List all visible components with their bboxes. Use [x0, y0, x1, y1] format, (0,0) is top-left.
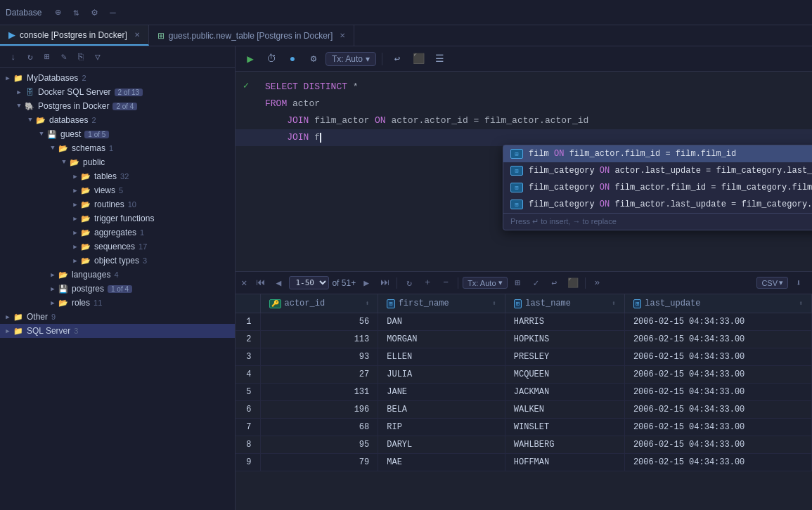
csv-export-button[interactable]: CSV ▾ [756, 277, 788, 289]
delete-row-button[interactable]: − [438, 275, 453, 291]
sidebar-item-sql-server[interactable]: ▶ 📁 SQL Server 3 [0, 324, 235, 338]
ac-table: film_category [529, 200, 600, 209]
tab-table-close[interactable]: ✕ [340, 32, 345, 39]
code-editor[interactable]: ✓ SELECT DISTINCT * FROM actor JOIN film… [236, 72, 812, 271]
minimize-icon[interactable]: — [105, 5, 120, 20]
results-tx-label: Tx: Auto [468, 279, 496, 287]
table-row[interactable]: 7 68 RIP WINSLET 2006-02-15 04:34:33.00 [236, 419, 812, 436]
sidebar-item-aggregates[interactable]: ▶ 📂 aggregates 1 [0, 225, 235, 240]
sidebar-item-postgres[interactable]: ▼ 🐘 Postgres in Docker 2 of 4 [0, 99, 235, 113]
sidebar-item-guest[interactable]: ▼ 💾 guest 1 of 5 [0, 127, 235, 141]
add-row-button[interactable]: + [420, 275, 435, 291]
table-row[interactable]: 6 196 BELA WALKEN 2006-02-15 04:34:33.00 [236, 401, 812, 419]
prev-page-button[interactable]: ◀ [271, 275, 286, 291]
csv-arrow: ▾ [779, 278, 783, 287]
tree-item-label: sequences [94, 242, 135, 251]
tree-item-badge: 2 [82, 74, 86, 82]
more-button[interactable]: ⬛ [565, 275, 581, 291]
table-row[interactable]: 2 113 MORGAN HOPKINS 2006-02-15 04:34:33… [236, 331, 812, 348]
sidebar-item-roles[interactable]: ▶ 📂 roles 11 [0, 296, 235, 310]
autocomplete-item-4[interactable]: ⊞ film_category ON film_actor.last_updat… [503, 196, 812, 213]
refresh-button[interactable]: ↻ [22, 49, 38, 65]
new-schema-button[interactable]: ⊞ [39, 49, 55, 65]
download-button[interactable]: ⬇ [791, 275, 806, 291]
sidebar-item-other[interactable]: ▶ 📁 Other 9 [0, 310, 235, 324]
next-page-button[interactable]: ▶ [359, 275, 374, 291]
last-page-button[interactable]: ⏭ [377, 275, 392, 291]
tab-console[interactable]: ▶ console [Postgres in Docker] ✕ [0, 25, 149, 46]
sidebar-item-routines[interactable]: ▶ 📂 routines 10 [0, 197, 235, 211]
tab-console-close[interactable]: ✕ [134, 31, 140, 39]
tree-item-badge: 4 [114, 270, 118, 279]
arrow-icon: ▼ [37, 129, 46, 139]
sidebar-item-tables[interactable]: ▶ 📂 tables 32 [0, 169, 235, 183]
ac-rest: film_actor.last_update = film_category.… [614, 200, 812, 209]
results-tx-auto[interactable]: Tx: Auto ▾ [463, 277, 507, 289]
undo-button[interactable]: ↩ [388, 50, 406, 68]
toolbar-separator [382, 53, 382, 65]
table-row[interactable]: 3 93 ELLEN PRESLEY 2006-02-15 04:34:33.0… [236, 348, 812, 366]
keyword: ON [375, 115, 391, 126]
autocomplete-item-3[interactable]: ⊞ film_category ON film_actor.film_id = … [503, 179, 812, 196]
top-bar: Database ⊕ ⇅ ⚙ — [0, 0, 812, 25]
autocomplete-item-1[interactable]: ⊞ film ON film_actor.film_id = film.film… [503, 145, 812, 162]
folder-small-icon: 📂 [58, 269, 69, 280]
col-first-name-header[interactable]: ⊞ first_name ⬍ [378, 294, 505, 313]
col-last-name-header[interactable]: ⊞ last_name ⬍ [505, 294, 624, 313]
sidebar-item-sequences[interactable]: ▶ 📂 sequences 17 [0, 240, 235, 254]
refresh-results-button[interactable]: ↻ [401, 275, 417, 291]
execute-button[interactable]: ● [283, 50, 302, 68]
accept-button[interactable]: ✓ [529, 275, 544, 291]
sidebar-item-object-types[interactable]: ▶ 📂 object types 3 [0, 254, 235, 268]
sidebar-item-languages[interactable]: ▶ 📂 languages 4 [0, 268, 235, 282]
console-icon: ▶ [8, 30, 15, 40]
copy-button[interactable]: ⎘ [73, 49, 89, 65]
col-sort-icon: ⬍ [799, 299, 803, 308]
sidebar-item-trigger-functions[interactable]: ▶ 📂 trigger functions [0, 211, 235, 225]
run-button[interactable]: ▶ [241, 50, 259, 68]
expression: actor.actor_id = film_actor.actor_id [391, 115, 588, 126]
col-actor-id-header[interactable]: 🔑 actor_id ⬍ [260, 294, 378, 313]
add-connection-button[interactable]: ↓ [6, 49, 21, 65]
settings-button[interactable]: ⚙ [304, 50, 323, 68]
filter-button[interactable]: ▽ [90, 49, 105, 65]
table-row[interactable]: 1 56 DAN HARRIS 2006-02-15 04:34:33.00 [236, 313, 812, 331]
col-last-update-header[interactable]: ⊞ last_update ⬍ [624, 294, 811, 313]
rollback-button[interactable]: ↩ [547, 275, 562, 291]
first-page-button[interactable]: ⏮ [252, 275, 268, 291]
sort-icon[interactable]: ⇅ [68, 5, 84, 20]
cell-actor-id: 93 [260, 348, 378, 366]
page-range-select[interactable]: 1-50 [289, 276, 329, 289]
settings-icon[interactable]: ⚙ [86, 5, 102, 20]
sidebar-item-public[interactable]: ▼ 📂 public [0, 155, 235, 169]
autocomplete-item-2[interactable]: ⊞ film_category ON actor.last_update = f… [503, 162, 812, 179]
stop-button[interactable]: ⬛ [409, 50, 427, 68]
results-close-button[interactable]: ✕ [241, 277, 247, 289]
arrow-icon: ▶ [70, 228, 80, 237]
sidebar-item-databases[interactable]: ▼ 📂 databases 2 [0, 113, 235, 127]
sidebar-item-views[interactable]: ▶ 📂 views 5 [0, 183, 235, 197]
sidebar-item-mydatabases[interactable]: ▶ 📁 MyDatabases 2 [0, 71, 235, 85]
edit-button[interactable]: ✎ [56, 49, 72, 65]
table-row[interactable]: 4 27 JULIA MCQUEEN 2006-02-15 04:34:33.0… [236, 366, 812, 384]
ac-rest: film_actor.film_id = film_category.film… [614, 183, 812, 192]
table-row[interactable]: 9 79 MAE HOFFMAN 2006-02-15 04:34:33.00 [236, 454, 812, 471]
tx-auto-button[interactable]: Tx: Auto ▾ [326, 52, 376, 66]
add-icon[interactable]: ⊕ [50, 5, 65, 20]
table-row[interactable]: 5 131 JANE JACKMAN 2006-02-15 04:34:33.0… [236, 384, 812, 401]
grid-view-button[interactable]: ⊞ [510, 275, 526, 291]
indent [265, 132, 287, 143]
sidebar-item-schemas[interactable]: ▼ 📂 schemas 1 [0, 141, 235, 155]
sidebar-item-docker-sql[interactable]: ▶ 🗄 Docker SQL Server 2 of 13 [0, 85, 235, 99]
arrow-icon: ▼ [59, 157, 69, 167]
ac-item-text: film_category ON film_actor.film_id = fi… [529, 183, 812, 192]
line-content: JOIN film_actor ON actor.actor_id = film… [257, 113, 812, 129]
results-table-wrap[interactable]: 🔑 actor_id ⬍ ⊞ first_name ⬍ [236, 294, 812, 510]
history-button[interactable]: ⏱ [262, 50, 281, 68]
expand-button[interactable]: » [590, 275, 605, 291]
menu-button[interactable]: ☰ [430, 50, 449, 68]
tab-table[interactable]: ⊞ guest.public.new_table [Postgres in Do… [149, 25, 354, 46]
table-row[interactable]: 8 95 DARYL WAHLBERG 2006-02-15 04:34:33.… [236, 436, 812, 454]
sidebar-item-postgres-db[interactable]: ▶ 💾 postgres 1 of 4 [0, 282, 235, 296]
cell-last-update: 2006-02-15 04:34:33.00 [624, 436, 811, 454]
